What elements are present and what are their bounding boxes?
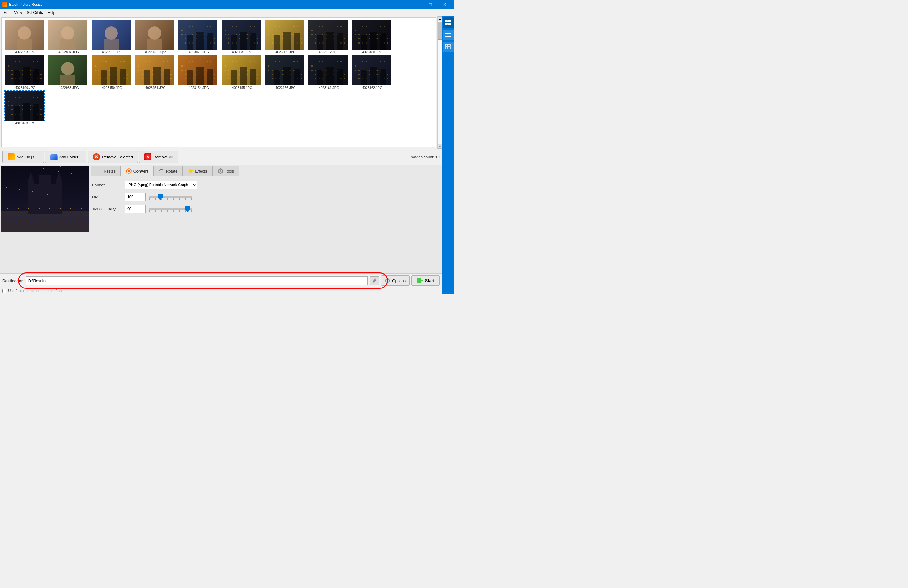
- add-files-label: Add File(s)...: [16, 155, 39, 159]
- thumbnail-item-t13[interactable]: _4023151.JPG: [134, 55, 175, 89]
- thumb-img-wrap-t11: [48, 55, 87, 85]
- thumb-canvas-t2: [48, 19, 87, 50]
- effects-icon: [188, 168, 194, 174]
- start-button[interactable]: Start: [411, 275, 440, 286]
- thumbnail-item-t19[interactable]: _4023163.JPG: [3, 91, 45, 125]
- destination-input[interactable]: [26, 276, 368, 285]
- folder-structure-checkbox[interactable]: [2, 289, 6, 293]
- title-bar: Batch Picture Resizer ─ □ ✕: [0, 0, 454, 9]
- remove-all-button[interactable]: ✕ Remove All: [139, 151, 178, 163]
- options-gear-icon: [385, 278, 390, 283]
- sidebar-thumbnails-button[interactable]: [443, 18, 454, 28]
- scroll-down-btn[interactable]: ▼: [438, 144, 442, 149]
- menu-softorbits[interactable]: SoftOrbits: [24, 10, 45, 15]
- close-button[interactable]: ✕: [438, 0, 452, 9]
- destination-browse-button[interactable]: [370, 276, 379, 285]
- jpeg-quality-input[interactable]: [125, 205, 146, 213]
- thumb-img-wrap-t6: [222, 19, 261, 50]
- thumbnail-item-t9[interactable]: _4023180.JPG: [350, 19, 393, 54]
- thumbnails-icon: [445, 21, 451, 25]
- thumb-canvas-t6: [222, 19, 261, 50]
- thumbnail-item-t1[interactable]: _4022893.JPG: [3, 19, 45, 54]
- thumb-canvas-t15: [222, 55, 261, 85]
- remove-selected-button[interactable]: ✕ Remove Selected: [88, 151, 138, 163]
- tab-rotate[interactable]: Rotate: [153, 166, 182, 176]
- list-icon: [446, 32, 451, 37]
- tab-tools[interactable]: Tools: [213, 166, 239, 176]
- scroll-up-btn[interactable]: ▲: [438, 16, 442, 21]
- right-panel: Resize Convert Rotat: [89, 166, 441, 272]
- tabs-bar: Resize Convert Rotat: [91, 166, 438, 176]
- format-select[interactable]: PNG (*.png) Portable Network Graph: [125, 181, 197, 189]
- menu-view[interactable]: View: [12, 10, 24, 15]
- add-folder-button[interactable]: Add Folder...: [45, 151, 87, 163]
- tab-effects[interactable]: Effects: [182, 166, 213, 176]
- format-label: Format: [92, 183, 122, 187]
- thumb-canvas-t4: [135, 19, 174, 50]
- thumb-canvas-t12: [92, 55, 131, 85]
- svg-rect-23: [446, 44, 448, 47]
- folder-structure-label[interactable]: Use folder structure in output folder: [8, 289, 64, 293]
- jpeg-quality-label: JPEG Quality: [92, 207, 122, 211]
- tab-resize[interactable]: Resize: [91, 166, 121, 176]
- thumbnail-item-t18[interactable]: _4023162.JPG: [350, 55, 393, 89]
- jpeg-quality-slider[interactable]: [148, 208, 193, 210]
- thumbnail-item-t3[interactable]: _4022911.JPG: [90, 19, 132, 54]
- thumbnail-item-t7[interactable]: _4023085.JPG: [264, 19, 306, 54]
- sidebar-list-button[interactable]: [443, 29, 454, 40]
- menu-file[interactable]: File: [1, 10, 12, 15]
- thumbnail-item-t6[interactable]: _4023081.JPG: [220, 19, 262, 54]
- sidebar-grid-button[interactable]: [443, 42, 454, 52]
- thumbnail-item-t17[interactable]: _4023161.JPG: [307, 55, 349, 89]
- scroll-thumb[interactable]: [438, 22, 442, 40]
- add-files-icon: [8, 153, 15, 161]
- thumb-label-t16: _4023156.JPG: [274, 86, 295, 89]
- thumbnail-item-t2[interactable]: _4022894.JPG: [47, 19, 89, 54]
- dpi-input[interactable]: [125, 193, 146, 201]
- thumbnail-item-t15[interactable]: _4023155.JPG: [220, 55, 262, 89]
- thumb-label-t8: _4023172.JPG: [317, 50, 339, 54]
- sidebar-right: [442, 16, 454, 294]
- remove-all-label: Remove All: [153, 155, 173, 159]
- svg-rect-21: [446, 35, 451, 35]
- thumb-label-t14: _4023154.JPG: [187, 86, 209, 89]
- thumb-canvas-t1: [5, 19, 44, 50]
- thumb-label-t10: _4023190.JPG: [13, 86, 35, 89]
- thumbnail-item-t4[interactable]: _4022926_1.jpg: [134, 19, 175, 54]
- thumb-img-wrap-t16: [265, 55, 304, 85]
- thumbnail-item-t5[interactable]: _4023075.JPG: [177, 19, 219, 54]
- thumbnail-grid: _4022893.JPG_4022894.JPG_4022911.JPG_402…: [1, 18, 436, 147]
- convert-icon: [126, 168, 132, 174]
- svg-rect-24: [448, 44, 450, 47]
- thumb-img-wrap-t7: [265, 19, 304, 50]
- add-files-button[interactable]: Add File(s)...: [2, 151, 44, 163]
- options-button[interactable]: Options: [381, 275, 410, 286]
- thumb-canvas-t11: [48, 55, 87, 85]
- format-row: Format PNG (*.png) Portable Network Grap…: [92, 181, 437, 189]
- thumbnail-item-t11[interactable]: _4022983.JPG: [47, 55, 89, 89]
- svg-rect-17: [448, 21, 451, 22]
- tab-convert[interactable]: Convert: [121, 166, 153, 176]
- thumb-img-wrap-t9: [352, 19, 391, 50]
- thumb-canvas-t9: [352, 19, 391, 50]
- minimize-button[interactable]: ─: [409, 0, 423, 9]
- dpi-label: DPI: [92, 195, 122, 199]
- preview-image: [1, 166, 89, 232]
- thumbnail-item-t16[interactable]: _4023156.JPG: [264, 55, 306, 89]
- svg-rect-18: [445, 23, 448, 25]
- thumbnail-item-t10[interactable]: _4023190.JPG: [3, 55, 45, 89]
- thumbnail-item-t12[interactable]: _4023150.JPG: [90, 55, 132, 89]
- maximize-button[interactable]: □: [423, 0, 437, 9]
- svg-marker-15: [417, 278, 423, 283]
- thumb-img-wrap-t5: [178, 19, 217, 50]
- thumb-img-wrap-t1: [5, 19, 44, 50]
- dpi-slider[interactable]: [148, 196, 193, 198]
- thumbnail-item-t8[interactable]: _4023172.JPG: [307, 19, 349, 54]
- thumb-label-t9: _4023180.JPG: [360, 50, 382, 54]
- tools-icon: [217, 168, 224, 174]
- menu-help[interactable]: Help: [45, 10, 58, 15]
- svg-rect-16: [445, 21, 448, 22]
- thumbnail-item-t14[interactable]: _4023154.JPG: [177, 55, 219, 89]
- thumbnail-scrollbar[interactable]: ▲ ▼: [437, 16, 442, 149]
- thumb-label-t6: _4023081.JPG: [230, 50, 252, 54]
